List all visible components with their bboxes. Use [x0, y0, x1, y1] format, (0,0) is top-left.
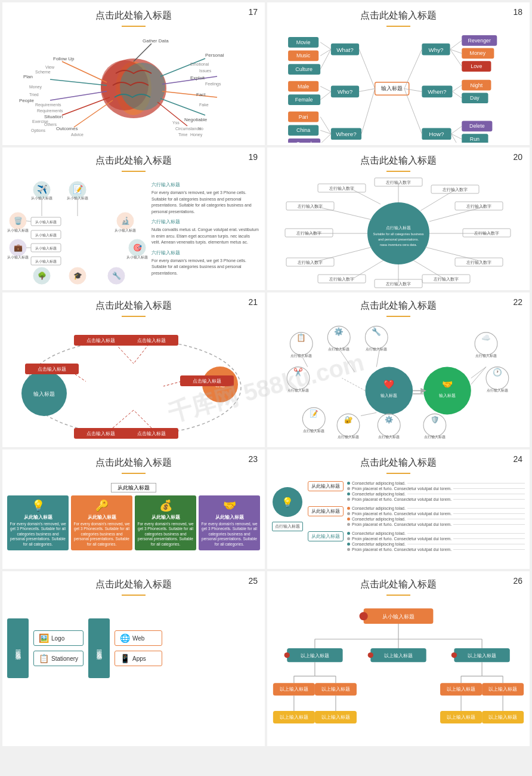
cell-23-title: 点击此处输入标题: [2, 449, 265, 472]
list-diagram-inner: 💡 点行输入标题 从此输入标题 Consectetur adipiscing t…: [272, 481, 525, 556]
svg-text:Canad: Canad: [296, 141, 312, 143]
svg-text:Follow Up: Follow Up: [53, 56, 75, 61]
cell-26-title: 点击此处输入标题: [267, 571, 530, 593]
card-2-label: 从此输入标题: [73, 514, 130, 521]
cell-23: 点击此处输入标题 23 从此输入标题 💡 从此输入标题 For every do…: [2, 449, 265, 569]
icon-mindmap: ✈️ 从小输入标题 📝 从小输入标题 🗑️ 从小输入标题 💼 从小输入标题 从小…: [2, 177, 265, 287]
brand-logo-label: Logo: [51, 635, 64, 642]
svg-text:Gather Data: Gather Data: [143, 38, 169, 44]
svg-line-109: [451, 126, 462, 134]
list-line-2-3: Consectetur adipiscing tolad.: [347, 517, 525, 521]
svg-text:Fact: Fact: [196, 92, 206, 97]
card-1-label: 从此输入标题: [10, 514, 66, 521]
org-chart-svg: 从小输入标题 以上输入标题 以上输入标题: [270, 603, 527, 743]
brand-col-1: 国标入编册: [7, 605, 29, 691]
svg-text:点击输入标题: 点击输入标题: [86, 338, 115, 343]
svg-text:从小输入标题: 从小输入标题: [7, 229, 29, 232]
svg-text:🕐: 🕐: [493, 368, 502, 377]
svg-line-99: [320, 117, 331, 134]
svg-text:🛡️: 🛡️: [431, 415, 440, 424]
svg-point-227: [365, 367, 413, 415]
cell-19-title: 点击此处输入标题: [2, 147, 265, 170]
cell-22: 点击此处输入标题 22 📋 点行输入标题 ⚙️ 点行输入标题 🔧 点行输入标题 …: [267, 292, 530, 447]
circle-net-svg: 📋 点行输入标题 ⚙️ 点行输入标题 🔧 点行输入标题 ☁️ 点行输入标题 ✂️…: [267, 322, 530, 447]
cell-19: 点击此处输入标题 19 ✈️ 从小输入标题 📝 从小输入标题 🗑️ 从小输入标题: [2, 147, 265, 290]
cell-25-number: 25: [248, 576, 258, 586]
apps-icon: 📱: [120, 654, 130, 663]
cell-18-title: 点击此处输入标题: [267, 2, 530, 24]
svg-text:左行输入数字: 左行输入数字: [296, 231, 321, 236]
svg-text:Who?: Who?: [338, 88, 353, 95]
list-section-2: 从此输入标题 Consectetur adipiscing tolad. Pro…: [308, 506, 525, 528]
svg-text:🗑️: 🗑️: [14, 216, 23, 225]
cell-17-title: 点击此处输入标题: [2, 2, 265, 24]
svg-text:Issues: Issues: [199, 69, 212, 73]
dot: [347, 507, 350, 510]
svg-text:以上输入标题: 以上输入标题: [280, 686, 308, 692]
svg-line-168: [413, 260, 443, 278]
brand-stationery-label: Stationery: [51, 655, 78, 662]
cell-18-number: 18: [513, 7, 522, 17]
cards-section: 从此输入标题 💡 从此输入标题 For every domain's remov…: [2, 479, 265, 553]
cell-18-underline: [386, 26, 410, 27]
cell-20-underline: [386, 171, 410, 172]
circle-network: 📋 点行输入标题 ⚙️ 点行输入标题 🔧 点行输入标题 ☁️ 点行输入标题 ✂️…: [267, 322, 530, 447]
cell-17: 点击此处输入标题 17: [2, 2, 265, 145]
svg-text:China: China: [296, 127, 310, 133]
card-2-icon: 🔑: [73, 499, 130, 512]
card-4: 🤝 从此输入标题 For every domain's removed, we …: [199, 495, 260, 550]
brand-apps-item: 📱 Apps: [115, 651, 162, 666]
svg-text:以上输入标题: 以上输入标题: [488, 715, 517, 720]
svg-point-230: [423, 367, 471, 415]
cell-25-title: 点击此处输入标题: [2, 571, 265, 593]
svg-text:Run: Run: [470, 136, 480, 142]
brand-col1-label: 国标入编册: [14, 645, 22, 651]
cell-20-number: 20: [513, 152, 522, 162]
org-chart: 从小输入标题 以上输入标题 以上输入标题: [267, 601, 530, 746]
svg-line-106: [450, 50, 462, 67]
list-section-3: 从此输入标题 Consectetur adipiscing tolad. Pro…: [308, 531, 525, 553]
svg-text:Outcomes: Outcomes: [56, 126, 78, 131]
svg-text:People: People: [19, 98, 34, 103]
svg-line-93: [359, 50, 375, 89]
svg-text:左行输入数字: 左行输入数字: [298, 260, 323, 265]
ellipse-diagram: 输入标题 标题 点击输入标题 点击输入标题 点击输入标题: [2, 322, 265, 447]
list-line-3-1: Consectetur adipiscing tolad.: [347, 531, 525, 535]
svg-text:点行输入标题: 点行输入标题: [366, 347, 387, 351]
svg-line-174: [354, 260, 383, 278]
svg-line-183: [316, 207, 372, 220]
svg-line-9: [160, 58, 205, 76]
ellipse-svg: 输入标题 标题 点击输入标题 点击输入标题 点击输入标题: [2, 322, 265, 447]
svg-line-103: [404, 88, 422, 134]
list-line-2-1: Consectetur adipiscing tolad.: [347, 506, 525, 510]
svg-text:Tried: Tried: [29, 93, 39, 97]
svg-text:🎓: 🎓: [73, 271, 82, 280]
cell-26-number: 26: [513, 576, 522, 586]
svg-text:Male: Male: [298, 84, 309, 90]
list-diagram: 💡 点行输入标题 从此输入标题 Consectetur adipiscing t…: [267, 479, 530, 559]
card-4-icon: 🤝: [201, 499, 258, 512]
svg-text:Honey: Honey: [190, 133, 203, 137]
svg-line-12: [160, 98, 205, 115]
svg-text:Yss: Yss: [172, 121, 180, 125]
svg-text:📋: 📋: [296, 334, 306, 343]
brand-apps-label: Apps: [132, 655, 146, 662]
svg-line-107: [453, 85, 462, 92]
svg-text:Delete: Delete: [469, 123, 485, 129]
brand-col3-label: 国标入编册: [95, 645, 103, 651]
svg-text:Feelings: Feelings: [205, 82, 221, 87]
list-line-2-4: Proin placerat et furio. Consectetur vol…: [347, 522, 525, 526]
svg-text:左行输入数字: 左行输入数字: [443, 187, 468, 192]
svg-line-108: [453, 91, 462, 98]
svg-text:📝: 📝: [310, 409, 318, 418]
svg-text:💼: 💼: [14, 243, 23, 252]
svg-text:⚙️: ⚙️: [334, 327, 344, 337]
svg-text:How?: How?: [429, 131, 444, 137]
svg-text:左行输入数字: 左行输入数字: [466, 260, 491, 265]
svg-text:Others: Others: [44, 122, 57, 127]
svg-text:Requirements: Requirements: [35, 103, 61, 107]
cell-22-underline: [386, 316, 410, 317]
svg-text:🤝: 🤝: [442, 379, 453, 390]
svg-text:Circumstance: Circumstance: [175, 127, 201, 131]
list-line-1-2: Proin placerat et furio. Consectetur vol…: [347, 486, 525, 491]
